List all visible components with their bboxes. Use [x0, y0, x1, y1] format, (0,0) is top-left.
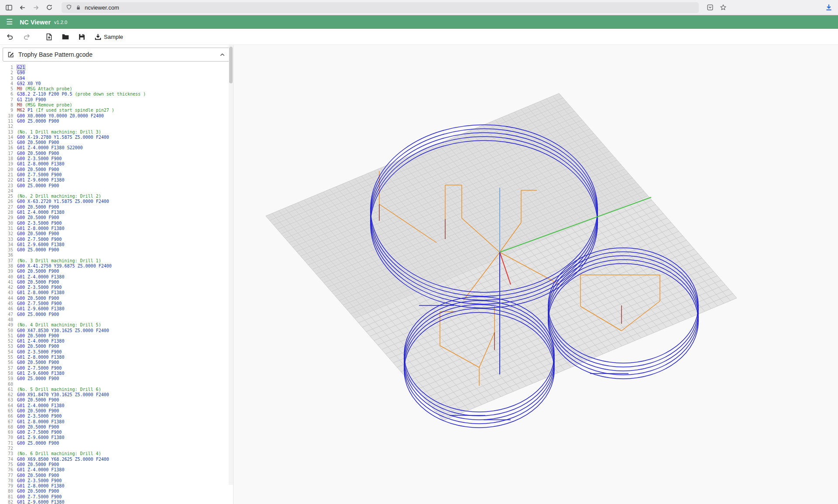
code-line[interactable]: 62G00 X91.8470 Y30.1625 Z5.0000 F2400	[0, 392, 233, 398]
reload-icon[interactable]	[46, 4, 53, 11]
code-line[interactable]: 66G00 Z-3.5000 F900	[0, 414, 233, 419]
chevron-up-icon[interactable]	[219, 51, 226, 58]
back-icon[interactable]	[19, 4, 26, 11]
code-line[interactable]: 21G00 Z-7.5000 F900	[0, 172, 233, 178]
code-line[interactable]: 26G00 X-63.2720 Y1.5875 Z5.0000 F2400	[0, 199, 233, 204]
code-line[interactable]: 32G00 Z0.5000 F900	[0, 231, 233, 237]
code-line[interactable]: 69G00 Z-7.5000 F900	[0, 430, 233, 435]
code-line[interactable]: 11G00 Z5.0000 F900	[0, 119, 233, 124]
code-line[interactable]: 63G00 Z0.5000 F900	[0, 398, 233, 403]
code-line[interactable]: 56G00 Z0.5000 F900	[0, 360, 233, 365]
code-area[interactable]: 1G212G903G944G92 X0 Y05M0 (MSG Attach pr…	[0, 64, 233, 504]
editor-scrollbar[interactable]	[229, 45, 233, 485]
code-line[interactable]: 74G00 X69.8500 Y68.2625 Z5.0000 F2400	[0, 457, 233, 462]
code-line[interactable]: 6G38.2 Z-110 F200 P0.5 (probe down set t…	[0, 92, 233, 97]
code-line[interactable]: 57G00 Z-7.5000 F900	[0, 366, 233, 371]
code-line[interactable]: 81G00 Z-7.5000 F900	[0, 494, 233, 500]
code-line[interactable]: 43G01 Z-8.0000 F1380	[0, 290, 233, 295]
code-line[interactable]: 20G00 Z0.5000 F900	[0, 167, 233, 172]
code-line[interactable]: 12	[0, 124, 233, 129]
code-line[interactable]: 60	[0, 382, 233, 387]
code-line[interactable]: 49(No. 4 Drill machining: Drill 5)	[0, 322, 233, 328]
redo-icon[interactable]	[23, 33, 31, 41]
code-line[interactable]: 22G01 Z-9.6000 F1380	[0, 178, 233, 183]
code-line[interactable]: 16G01 Z-4.0000 F1380 S22000	[0, 145, 233, 151]
code-line[interactable]: 25(No. 2 Drill machining: Drill 2)	[0, 194, 233, 199]
code-line[interactable]: 70G01 Z-9.6000 F1380	[0, 435, 233, 440]
code-line[interactable]: 29G00 Z0.5000 F900	[0, 215, 233, 220]
file-header[interactable]: Trophy Base Pattern.gcode	[3, 48, 230, 62]
code-line[interactable]: 78G00 Z-3.5000 F900	[0, 478, 233, 483]
sample-button[interactable]: Sample	[94, 33, 123, 41]
code-line[interactable]: 34G01 Z-9.6000 F1380	[0, 242, 233, 247]
code-line[interactable]: 77G00 Z0.5000 F900	[0, 473, 233, 478]
code-line[interactable]: 50G00 X47.8530 Y30.1625 Z5.0000 F2400	[0, 328, 233, 333]
code-line[interactable]: 5M0 (MSG Attach probe)	[0, 86, 233, 92]
code-line[interactable]: 44G00 Z0.5000 F900	[0, 296, 233, 301]
code-line[interactable]: 55G01 Z-8.0000 F1380	[0, 355, 233, 360]
code-line[interactable]: 75G00 Z0.5000 F900	[0, 462, 233, 467]
downloads-icon[interactable]	[825, 3, 833, 11]
code-line[interactable]: 42G00 Z-3.5000 F900	[0, 285, 233, 290]
code-line[interactable]: 82G01 Z-9.6000 F1380	[0, 500, 233, 504]
code-line[interactable]: 46G01 Z-9.6000 F1380	[0, 306, 233, 312]
code-line[interactable]: 38G00 X-41.2750 Y39.6875 Z5.0000 F2400	[0, 264, 233, 269]
code-line[interactable]: 1G21	[0, 65, 233, 70]
code-line[interactable]: 33G00 Z-7.5000 F900	[0, 237, 233, 242]
code-line[interactable]: 76G01 Z-4.0000 F1380	[0, 467, 233, 473]
open-file-icon[interactable]	[62, 33, 69, 41]
code-line[interactable]: 10G00 X0.0000 Y0.0000 Z0.0000 F2400	[0, 113, 233, 119]
code-line[interactable]: 51G00 Z0.5000 F900	[0, 333, 233, 339]
code-line[interactable]: 13(No. 1 Drill machining: Drill 3)	[0, 130, 233, 135]
code-line[interactable]: 40G01 Z-4.0000 F1380	[0, 274, 233, 280]
code-line[interactable]: 19G01 Z-8.0000 F1380	[0, 161, 233, 167]
code-line[interactable]: 3G94	[0, 76, 233, 81]
save-page-icon[interactable]	[707, 4, 714, 11]
code-line[interactable]: 28G01 Z-4.0000 F1380	[0, 210, 233, 215]
code-line[interactable]: 36	[0, 253, 233, 258]
code-line[interactable]: 31G01 Z-8.0000 F1380	[0, 226, 233, 231]
save-file-icon[interactable]	[78, 33, 86, 41]
code-line[interactable]: 67G01 Z-8.0000 F1380	[0, 419, 233, 425]
code-line[interactable]: 52G01 Z-4.0000 F1380	[0, 339, 233, 344]
code-line[interactable]: 73(No. 6 Drill machining: Drill 4)	[0, 451, 233, 456]
new-file-icon[interactable]	[45, 33, 53, 41]
code-line[interactable]: 15G00 Z0.5000 F900	[0, 140, 233, 145]
code-line[interactable]: 14G00 X-19.2780 Y1.5875 Z5.0000 F2400	[0, 135, 233, 140]
code-line[interactable]: 41G00 Z0.5000 F900	[0, 280, 233, 285]
code-line[interactable]: 18G00 Z-3.5000 F900	[0, 156, 233, 161]
code-line[interactable]: 54G00 Z-3.5000 F900	[0, 350, 233, 355]
code-line[interactable]: 64G01 Z-4.0000 F1380	[0, 403, 233, 408]
code-line[interactable]: 58G01 Z-9.6000 F1380	[0, 371, 233, 376]
code-line[interactable]: 45G00 Z-7.5000 F900	[0, 301, 233, 306]
code-line[interactable]: 61(No. 5 Drill machining: Drill 6)	[0, 387, 233, 392]
code-line[interactable]: 71G00 Z5.0000 F900	[0, 441, 233, 446]
code-line[interactable]: 79G01 Z-8.0000 F1380	[0, 483, 233, 489]
code-line[interactable]: 24	[0, 189, 233, 194]
code-line[interactable]: 53G00 Z0.5000 F900	[0, 344, 233, 349]
url-bar[interactable]: ncviewer.com	[62, 2, 699, 13]
code-line[interactable]: 8M0 (MSG Remove probe)	[0, 103, 233, 108]
sidebar-toggle-icon[interactable]	[5, 4, 13, 11]
forward-icon[interactable]	[32, 4, 40, 11]
code-line[interactable]: 39G00 Z0.5000 F900	[0, 269, 233, 274]
code-line[interactable]: 17G00 Z0.5000 F900	[0, 151, 233, 156]
code-line[interactable]: 65G00 Z0.5000 F900	[0, 408, 233, 414]
code-line[interactable]: 35G00 Z5.0000 F900	[0, 247, 233, 253]
code-line[interactable]: 72	[0, 446, 233, 451]
lock-icon[interactable]	[76, 5, 81, 10]
code-line[interactable]: 68G00 Z0.5000 F900	[0, 425, 233, 430]
code-line[interactable]: 80G00 Z0.5000 F900	[0, 489, 233, 494]
code-line[interactable]: 9M62 P1 (If used start spindle pin27 )	[0, 108, 233, 113]
scrollbar-thumb[interactable]	[229, 47, 233, 83]
code-line[interactable]: 23G00 Z5.0000 F900	[0, 183, 233, 189]
code-line[interactable]: 30G00 Z-3.5000 F900	[0, 221, 233, 226]
code-line[interactable]: 27G00 Z0.5000 F900	[0, 205, 233, 210]
code-line[interactable]: 48	[0, 317, 233, 322]
shield-icon[interactable]	[66, 4, 72, 10]
code-line[interactable]: 4G92 X0 Y0	[0, 81, 233, 86]
menu-icon[interactable]: ☰	[6, 18, 13, 26]
code-line[interactable]: 2G90	[0, 70, 233, 75]
code-line[interactable]: 47G00 Z5.0000 F900	[0, 312, 233, 317]
code-line[interactable]: 59G00 Z5.0000 F900	[0, 376, 233, 381]
